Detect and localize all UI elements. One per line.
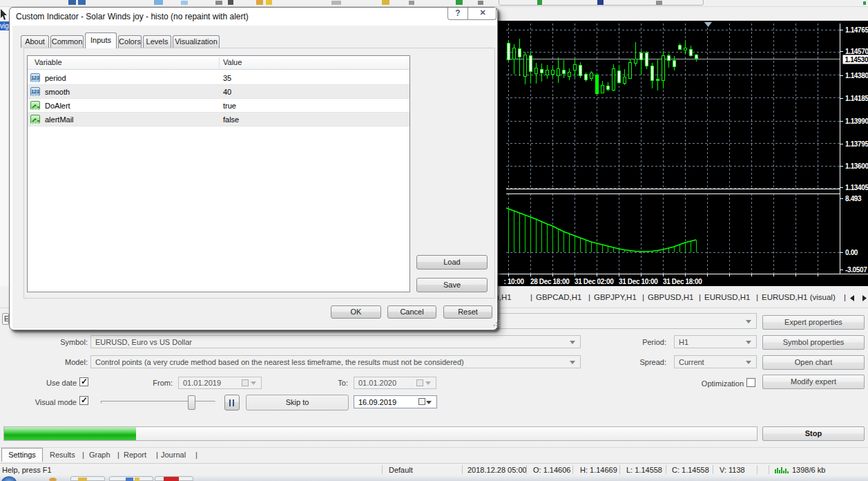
svg-text:: 10:00: : 10:00: [504, 278, 525, 285]
svg-text:31 Dec 10:00: 31 Dec 10:00: [619, 278, 658, 285]
svg-text:1.13600: 1.13600: [845, 162, 868, 170]
svg-text:0.00: 0.00: [845, 249, 858, 256]
svg-text:1.13405: 1.13405: [845, 184, 868, 191]
svg-text:1.14380: 1.14380: [845, 72, 868, 79]
svg-text:1.13795: 1.13795: [845, 140, 868, 148]
svg-text:1.14185: 1.14185: [845, 95, 868, 102]
svg-text:1.13990: 1.13990: [845, 117, 868, 125]
svg-text:1.14530: 1.14530: [845, 56, 868, 64]
svg-text:31 Dec 02:00: 31 Dec 02:00: [575, 278, 614, 285]
svg-text:-3.0507: -3.0507: [845, 266, 867, 274]
svg-text:1.14570: 1.14570: [845, 48, 868, 55]
svg-text:1.14765: 1.14765: [845, 26, 868, 34]
svg-text:31 Dec 18:00: 31 Dec 18:00: [663, 278, 702, 285]
svg-text:8.493: 8.493: [845, 195, 862, 202]
svg-text:28 Dec 18:00: 28 Dec 18:00: [530, 278, 570, 285]
